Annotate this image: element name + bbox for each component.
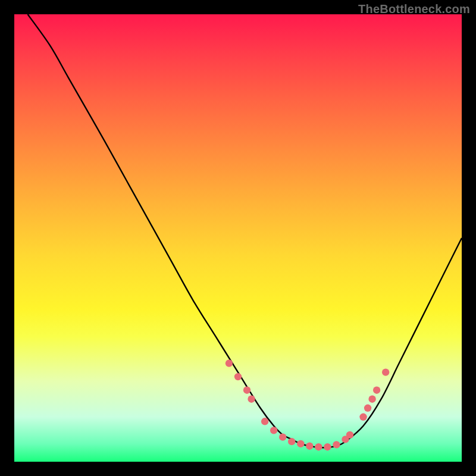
marker-dot xyxy=(234,373,242,380)
marker-dot xyxy=(226,359,233,367)
marker-dot xyxy=(324,443,331,450)
marker-dot xyxy=(297,440,304,447)
marker-dot xyxy=(248,396,255,403)
plot-area xyxy=(14,14,462,462)
marker-dot xyxy=(373,386,380,393)
marker-dot xyxy=(364,405,371,412)
marker-dot xyxy=(346,431,353,439)
marker-dot xyxy=(279,433,286,440)
marker-dot xyxy=(359,414,367,421)
marker-dot xyxy=(288,438,295,445)
curve-markers xyxy=(226,359,390,450)
marker-dot xyxy=(368,396,375,403)
attribution-text: TheBottleneck.com xyxy=(358,2,470,16)
marker-dot xyxy=(243,386,250,393)
chart-svg xyxy=(14,14,462,462)
marker-dot xyxy=(270,427,277,434)
bottleneck-curve xyxy=(28,14,462,447)
marker-dot xyxy=(306,442,313,449)
marker-dot xyxy=(333,441,340,448)
marker-dot xyxy=(261,418,268,425)
marker-dot xyxy=(315,443,322,450)
marker-dot xyxy=(382,368,389,375)
outer-frame: TheBottleneck.com xyxy=(0,0,476,476)
